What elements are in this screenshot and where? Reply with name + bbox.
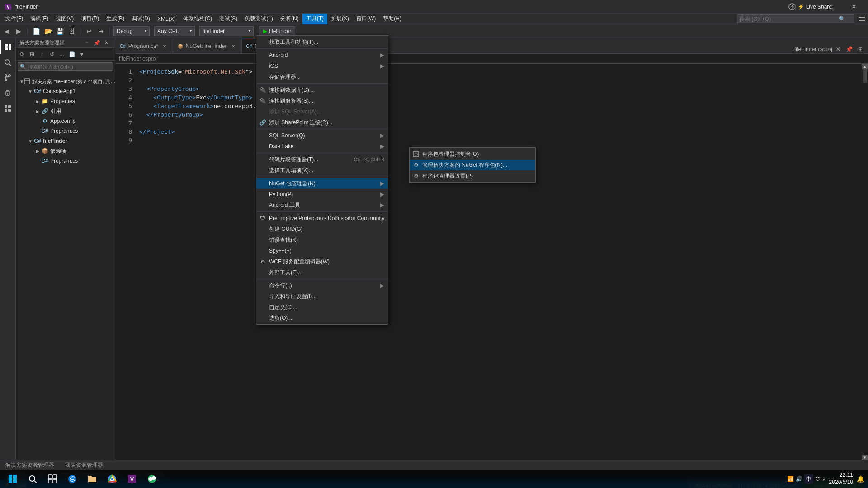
sp-btn-sync[interactable]: ⟳ [18,50,27,59]
tree-item-dependencies[interactable]: ▶ 📦 依赖项 [16,146,115,156]
tab-overflow[interactable]: ⊞ [856,45,864,53]
tab-close-main[interactable]: ✕ [834,45,842,53]
activity-explorer[interactable] [0,40,15,54]
tree-item-solution[interactable]: ▼ 解决方案 'fileFinder'(第 2 个项目, 共… [16,76,115,86]
sp-btn-home[interactable]: ⌂ [38,50,47,59]
menu-connect-db[interactable]: 🔌 连接到数据库(D)... [256,84,388,95]
menu-android-tools[interactable]: Android 工具 ▶ [256,200,388,211]
toolbar-new[interactable]: 📄 [31,26,41,36]
close-button[interactable]: ✕ [844,0,864,14]
menu-add-sharepoint[interactable]: 🔗 添加 SharePoint 连接(R)... [256,117,388,128]
menu-python[interactable]: Python(P) ▶ [256,189,388,200]
menu-snippet-mgr[interactable]: 代码片段管理器(T)... Ctrl+K, Ctrl+B [256,154,388,165]
menu-connect-server[interactable]: 🔌 连接到服务器(S)... [256,95,388,106]
toolbar-saveall[interactable]: 🗄 [66,26,76,36]
side-panel-pin[interactable]: 📌 [92,38,101,47]
activity-git[interactable] [0,70,15,85]
menu-xml[interactable]: XML(X) [154,14,179,24]
tab-close-nuget[interactable]: ✕ [230,42,237,50]
activity-debug[interactable] [0,86,15,100]
taskbar-start-button[interactable] [4,470,22,488]
tree-item-properties[interactable]: ▶ 📁 Properties [16,96,115,106]
menu-android[interactable]: Android ▶ [256,50,388,61]
menu-import-export[interactable]: 导入和导出设置(I)... [256,291,388,302]
menu-error-lookup[interactable]: 错误查找(K) [256,235,388,245]
tab-close-1[interactable]: ✕ [161,42,168,50]
bottom-tab-team[interactable]: 团队资源管理器 [60,460,108,470]
menu-nuget-mgr[interactable]: NuGet 包管理器(N) ▶ [256,178,388,189]
sp-btn-refresh[interactable]: ↺ [47,50,57,59]
tree-item-programcs1[interactable]: ▶ C# Program.cs [16,126,115,136]
taskbar-chrome[interactable] [103,470,121,488]
bottom-tab-solution[interactable]: 解决方案资源管理器 [0,460,60,470]
toolbar-undo[interactable]: ↩ [84,26,94,36]
menu-data-lake[interactable]: Data Lake ▶ [256,141,388,152]
menu-ios[interactable]: iOS ▶ [256,61,388,71]
menu-debug[interactable]: 调试(D) [128,14,154,24]
side-panel-close[interactable]: ✕ [102,38,111,47]
toolbar-forward[interactable]: ▶ [14,26,24,36]
tab-pin[interactable]: 📌 [844,45,854,53]
menu-spy[interactable]: Spy++(+) [256,245,388,256]
menu-customize[interactable]: 自定义(C)... [256,302,388,313]
tree-item-filefinder[interactable]: ▼ C# fileFinder [16,136,115,146]
menu-wcf[interactable]: ⚙ WCF 服务配置编辑器(W) [256,256,388,267]
menu-arch[interactable]: 体系结构(C) [179,14,216,24]
scroll-up[interactable]: ▲ [862,64,868,69]
menu-test[interactable]: 测试(S) [216,14,241,24]
taskbar-edge[interactable] [63,470,81,488]
menu-help[interactable]: 帮助(H) [379,14,405,24]
live-share-button[interactable]: ⚡ Live Share [784,0,836,14]
tab-programcs-star[interactable]: C# Program.cs* ✕ [115,39,173,53]
editor-scrollbar[interactable]: ▲ ▼ [862,64,868,460]
side-panel-collapse[interactable]: − [82,38,91,47]
sp-btn-dotdot[interactable]: … [57,50,66,59]
menu-sql-server[interactable]: SQL Server(Q) ▶ [256,130,388,141]
toolbar-save[interactable]: 💾 [55,26,65,36]
tree-item-consoleapp1[interactable]: ▼ C# ConsoleApp1 [16,86,115,96]
menu-preemptive[interactable]: 🛡 PreEmptive Protection - Dotfuscator Co… [256,213,388,224]
taskbar-clock[interactable]: 22:11 2020/5/10 [829,472,853,486]
menu-get-tools[interactable]: 获取工具和功能(T)... [256,37,388,47]
menu-file[interactable]: 文件(F) [2,14,27,24]
menu-project[interactable]: 项目(P) [77,14,103,24]
menu-external-tools[interactable]: 外部工具(E)... [256,267,388,278]
menu-loadtest[interactable]: 负载测试(L) [241,14,277,24]
menu-view[interactable]: 视图(V) [52,14,77,24]
tree-item-programcs2[interactable]: ▶ C# Program.cs [16,156,115,166]
menu-analyze[interactable]: 分析(N) [277,14,302,24]
sp-btn-show-files[interactable]: 📄 [67,50,76,59]
sp-btn-filter2[interactable]: ▼ [77,50,86,59]
search-input[interactable] [739,16,839,22]
project-dropdown[interactable]: fileFinder ▼ [199,26,254,36]
toolbar-redo[interactable]: ↪ [96,26,106,36]
menu-cmdline[interactable]: 命令行(L) ▶ [256,280,388,291]
sp-btn-filter[interactable]: ⊞ [28,50,37,59]
toolbar-open[interactable]: 📂 [43,26,53,36]
menu-tools[interactable]: 工具(T) [302,14,327,24]
menu-choose-tools[interactable]: 选择工具箱项(X)... [256,165,388,176]
menu-window[interactable]: 窗口(W) [353,14,379,24]
taskbar-files[interactable] [83,470,101,488]
solution-search-input[interactable] [28,64,105,70]
scroll-down[interactable]: ▼ [862,455,868,460]
tray-icon-ime[interactable]: 中 [804,474,813,484]
scroll-track[interactable] [862,69,868,455]
tray-notification[interactable]: 🔔 [857,475,864,483]
menu-extensions[interactable]: 扩展(X) [327,14,353,24]
scroll-thumb[interactable] [863,69,867,83]
nuget-submenu-settings[interactable]: ⚙ 程序包管理器设置(P) [410,170,535,181]
menu-create-guid[interactable]: 创建 GUID(G) [256,224,388,235]
activity-extensions[interactable] [0,101,15,116]
activity-search[interactable] [0,55,15,70]
taskbar-vs[interactable]: V [123,470,141,488]
taskbar-task-view[interactable] [43,470,61,488]
debug-config-dropdown[interactable]: Debug ▼ [113,26,150,36]
taskbar-wechat[interactable] [143,470,161,488]
menu-edit[interactable]: 编辑(E) [27,14,52,24]
code-content[interactable]: <Project Sdk="Microsoft.NET.Sdk"> <Prope… [136,64,862,460]
nuget-submenu-manage-solution[interactable]: ⚙ 管理解决方案的 NuGet 程序包(N)... [410,160,535,170]
tree-item-appconfig[interactable]: ▶ ⚙ App.config [16,116,115,126]
toolbar-back[interactable]: ◀ [2,26,12,36]
menu-storage[interactable]: 存储管理器... [256,71,388,82]
